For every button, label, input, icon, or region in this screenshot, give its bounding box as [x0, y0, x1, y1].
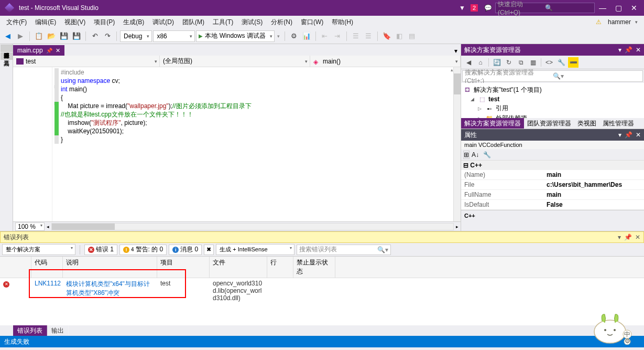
menu-team[interactable]: 团队(M)	[178, 17, 209, 28]
user-menu[interactable]: hammer	[604, 17, 635, 27]
tab-property-manager[interactable]: 属性管理器	[599, 118, 637, 129]
nav-scope-dropdown[interactable]: test	[13, 56, 160, 67]
show-all-button[interactable]: ▦	[528, 57, 538, 68]
horizontal-scrollbar[interactable]	[51, 223, 454, 230]
pin-icon[interactable]: 📌	[625, 46, 632, 54]
build-mode-dropdown[interactable]: 生成 + IntelliSense	[216, 244, 294, 255]
open-file-button[interactable]: 📂	[46, 30, 57, 42]
scroll-left-button[interactable]: ◂	[47, 224, 49, 229]
errors-filter-button[interactable]: ✕ 错误 1	[84, 245, 117, 255]
close-button[interactable]: ✕	[626, 3, 642, 13]
col-file[interactable]: 文件	[210, 257, 267, 278]
minimize-button[interactable]: —	[595, 3, 610, 13]
flag-icon[interactable]: ▼	[459, 4, 465, 12]
tree-references[interactable]: ▷ ▪▫ 引用	[463, 103, 642, 113]
back-button[interactable]: ◀	[463, 57, 474, 68]
properties-grid[interactable]: ⊟ C++ (Name)main Filec:\Users\bit_hammer…	[461, 161, 644, 210]
quick-launch-input[interactable]: 快速启动 (Ctrl+Q) 🔍	[495, 3, 595, 13]
zoom-dropdown[interactable]: 100 %	[15, 222, 45, 231]
uncomment-button[interactable]: ☰	[363, 30, 374, 42]
properties-object[interactable]: main VCCodeFunction	[461, 141, 644, 149]
solution-tree[interactable]: ⚃ 解决方案"test"(1 个项目) ◢ ⬚ test ▷ ▪▫ 引用 ▷ 📁…	[461, 83, 644, 118]
menu-view[interactable]: 视图(V)	[60, 17, 90, 28]
menu-test[interactable]: 测试(S)	[237, 17, 267, 28]
indent-right-button[interactable]: ⇥	[332, 30, 343, 42]
menu-file[interactable]: 文件(F)	[2, 17, 31, 28]
menu-tools[interactable]: 工具(T)	[209, 17, 237, 28]
notification-badge[interactable]: 2	[471, 4, 478, 12]
code-editor[interactable]: ⊟ ⊟ #includeusing namespace cv;int main(…	[13, 67, 461, 221]
alpha-sort-button[interactable]: A↓	[472, 151, 479, 158]
tab-class-view[interactable]: 类视图	[574, 118, 599, 129]
indent-left-button[interactable]: ⇤	[319, 30, 331, 42]
comment-button[interactable]: ☰	[350, 30, 362, 42]
panel-dropdown-icon[interactable]: ▾	[618, 131, 621, 139]
panel-dropdown-icon[interactable]: ▾	[618, 46, 621, 54]
ext-button[interactable]: ▤	[406, 30, 418, 42]
tree-project[interactable]: ◢ ⬚ test	[463, 95, 642, 103]
close-panel-icon[interactable]: ✕	[636, 131, 641, 139]
tab-overflow-button[interactable]: ▾	[451, 46, 461, 56]
property-category[interactable]: ⊟ C++	[461, 161, 644, 170]
save-button[interactable]: 💾	[58, 30, 70, 42]
collapse-button[interactable]: ⧉	[516, 57, 526, 68]
maximize-button[interactable]: ▢	[610, 3, 626, 13]
nav-back-button[interactable]: ◀	[2, 30, 14, 42]
config-dropdown[interactable]: Debug	[120, 30, 152, 42]
clear-filter-button[interactable]: ✖	[204, 245, 214, 255]
scroll-right-button[interactable]: ▸	[456, 224, 459, 229]
close-panel-icon[interactable]: ✕	[635, 234, 640, 241]
wrench-button[interactable]: ➖	[568, 57, 578, 68]
nav-type-dropdown[interactable]: (全局范围)	[160, 56, 310, 67]
col-icon[interactable]	[0, 257, 31, 278]
pin-icon[interactable]: 📌	[46, 48, 52, 54]
nav-member-dropdown[interactable]: ◈ main()	[310, 56, 461, 67]
expand-icon[interactable]: ◢	[471, 97, 476, 102]
menu-edit[interactable]: 编辑(E)	[31, 17, 60, 28]
platform-dropdown[interactable]: x86	[153, 30, 195, 42]
tree-solution-root[interactable]: ⚃ 解决方案"test"(1 个项目)	[463, 85, 642, 95]
view-code-button[interactable]: <>	[544, 57, 554, 68]
menu-analyze[interactable]: 分析(N)	[267, 17, 297, 28]
col-suppress[interactable]: 禁止显示状态	[293, 257, 335, 278]
save-all-button[interactable]: 💾	[71, 30, 82, 42]
redo-button[interactable]: ↷	[102, 30, 113, 42]
server-explorer-tab[interactable]: 服务器资源管理器	[1, 45, 13, 52]
pin-icon[interactable]: 📌	[625, 131, 632, 139]
new-project-button[interactable]: 📋	[33, 30, 45, 42]
user-dropdown-icon[interactable]: ▾	[635, 19, 638, 25]
menu-project[interactable]: 项目(P)	[90, 17, 119, 28]
messages-filter-button[interactable]: i 消息 0	[169, 245, 202, 255]
close-panel-icon[interactable]: ✕	[636, 46, 641, 54]
home-button[interactable]: ⌂	[475, 57, 486, 68]
toolbox-tab[interactable]: 工具箱	[1, 52, 13, 60]
col-line[interactable]: 行	[267, 257, 293, 278]
props-wrench-button[interactable]: 🔧	[483, 151, 491, 158]
panel-dropdown-icon[interactable]: ▾	[618, 234, 621, 241]
tab-error-list[interactable]: 错误列表	[13, 325, 47, 336]
document-tab-main[interactable]: main.cpp 📌 ✕	[13, 45, 64, 56]
expand-icon[interactable]: ▷	[478, 106, 483, 111]
scope-dropdown[interactable]: 整个解决方案	[2, 244, 75, 255]
menu-build[interactable]: 生成(B)	[119, 17, 148, 28]
tab-output[interactable]: 输出	[47, 325, 69, 336]
solution-search-input[interactable]: 搜索解决方案资源管理器(Ctrl+;) 🔍▾	[462, 70, 643, 82]
tab-team-explorer[interactable]: 团队资源管理器	[524, 118, 574, 129]
refresh-button[interactable]: ↻	[504, 57, 514, 68]
toggle-button[interactable]: ◧	[394, 30, 405, 42]
sync-button[interactable]: 🔄	[492, 57, 502, 68]
tab-solution-explorer[interactable]: 解决方案资源管理器	[461, 118, 524, 129]
tool-btn-2[interactable]: 📊	[301, 30, 312, 42]
tool-btn-1[interactable]: ⚙	[288, 30, 300, 42]
categorize-button[interactable]: ⊞	[463, 151, 470, 159]
feedback-icon[interactable]: 💬	[484, 4, 492, 12]
undo-button[interactable]: ↶	[89, 30, 101, 42]
error-search-input[interactable]: 搜索错误列表 🔍▾	[297, 245, 391, 255]
menu-debug[interactable]: 调试(D)	[148, 17, 178, 28]
pin-icon[interactable]: 📌	[624, 234, 632, 241]
tree-external[interactable]: ▷ 📁 外部依赖项	[463, 113, 642, 118]
close-tab-icon[interactable]: ✕	[56, 47, 60, 54]
menu-window[interactable]: 窗口(W)	[297, 17, 328, 28]
menu-help[interactable]: 帮助(H)	[328, 17, 357, 28]
vertical-scrollbar[interactable]: ▴	[453, 67, 461, 221]
